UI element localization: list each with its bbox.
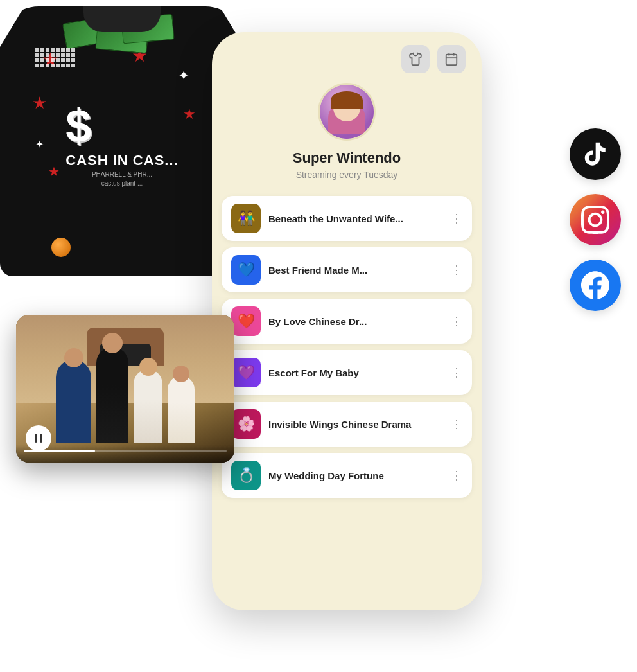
playlist-item[interactable]: ❤️ By Love Chinese Dr... ⋮ <box>222 299 472 344</box>
more-icon[interactable]: ⋮ <box>451 211 462 225</box>
playlist-thumb: 💍 <box>231 461 261 490</box>
playlist-thumb: ❤️ <box>231 306 261 336</box>
sweatshirt-graphic: ★ ★ ★ ★ ★ ✦ ✦ $ CASH IN CAS... PHARRELL … <box>0 6 244 276</box>
video-controls <box>16 445 234 463</box>
playlist-title: By Love Chinese Dr... <box>268 316 443 327</box>
pause-icon <box>35 434 42 443</box>
sweatshirt-line1: PHARRELL & PHR... <box>65 171 178 178</box>
svg-rect-0 <box>446 55 457 66</box>
phone-top-icons <box>401 45 482 73</box>
more-icon[interactable]: ⋮ <box>451 366 462 380</box>
phone-mockup: Super Wintendo Streaming every Tuesday 👫… <box>212 32 482 610</box>
cash-text: CASH IN CAS... <box>65 152 178 169</box>
figure-2 <box>96 347 128 443</box>
figure-1 <box>56 360 91 443</box>
playlist: 👫 Beneath the Unwanted Wife... ⋮ 💙 Best … <box>212 196 482 597</box>
playlist-thumb: 💙 <box>231 255 261 285</box>
figures <box>16 347 234 443</box>
shirt-icon-button[interactable] <box>401 45 430 73</box>
social-icons <box>570 128 621 311</box>
sweatshirt-text: $ CASH IN CAS... PHARRELL & PHR... cactu… <box>32 45 212 199</box>
playlist-title: Beneath the Unwanted Wife... <box>268 213 443 224</box>
pause-button[interactable] <box>26 425 51 451</box>
playlist-thumb: 🌸 <box>231 409 261 439</box>
more-icon[interactable]: ⋮ <box>451 314 462 328</box>
playlist-item[interactable]: 💍 My Wedding Day Fortune ⋮ <box>222 453 472 498</box>
avatar-image <box>320 85 374 139</box>
pause-bar-1 <box>35 434 37 443</box>
dollar-sign: $ <box>65 103 178 149</box>
more-icon[interactable]: ⋮ <box>451 263 462 277</box>
profile-name: Super Wintendo <box>293 150 401 166</box>
tiktok-button[interactable] <box>570 128 621 180</box>
playlist-title: Escort For My Baby <box>268 367 443 378</box>
playlist-item[interactable]: 💙 Best Friend Made M... ⋮ <box>222 247 472 292</box>
decorative-ball <box>51 238 71 257</box>
playlist-item[interactable]: 💜 Escort For My Baby ⋮ <box>222 350 472 395</box>
pixel-art <box>35 48 75 67</box>
progress-bar <box>24 450 227 452</box>
more-icon[interactable]: ⋮ <box>451 417 462 431</box>
playlist-item[interactable]: 🌸 Invisible Wings Chinese Drama ⋮ <box>222 402 472 447</box>
playlist-thumb: 👫 <box>231 204 261 233</box>
instagram-button[interactable] <box>570 194 621 245</box>
more-icon[interactable]: ⋮ <box>451 468 462 482</box>
sweatshirt-collar <box>83 6 161 32</box>
sweatshirt-line2: cactus plant ... <box>65 180 178 187</box>
pause-bar-2 <box>40 434 42 443</box>
avatar <box>318 83 376 141</box>
figure-3 <box>134 369 162 443</box>
playlist-title: Invisible Wings Chinese Drama <box>268 419 443 430</box>
figure-4 <box>168 376 195 443</box>
profile-subtitle: Streaming every Tuesday <box>296 170 398 180</box>
playlist-title: Best Friend Made M... <box>268 265 443 276</box>
playlist-title: My Wedding Day Fortune <box>268 470 443 481</box>
playlist-thumb: 💜 <box>231 358 261 387</box>
playlist-item[interactable]: 👫 Beneath the Unwanted Wife... ⋮ <box>222 196 472 241</box>
facebook-button[interactable] <box>570 260 621 311</box>
video-player <box>16 315 234 463</box>
calendar-icon-button[interactable] <box>437 45 466 73</box>
